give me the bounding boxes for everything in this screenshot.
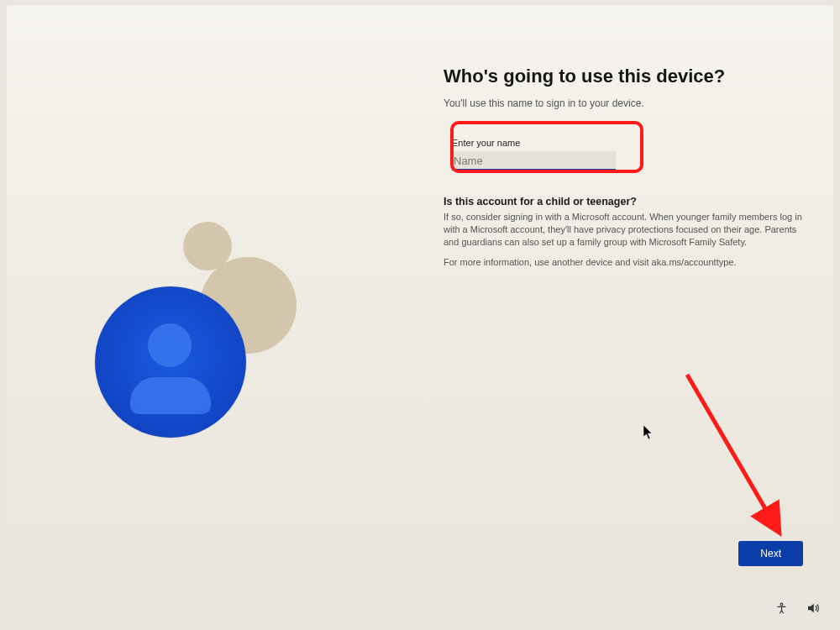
system-tray [773, 600, 822, 617]
name-field-group: Enter your name [444, 131, 624, 174]
accessibility-icon[interactable] [773, 600, 790, 617]
child-account-body: If so, consider signing in with a Micros… [444, 211, 805, 249]
setup-content: Who's going to use this device? You'll u… [444, 66, 813, 267]
child-account-heading: Is this account for a child or teenager? [444, 196, 813, 207]
mouse-cursor-icon [643, 425, 654, 440]
page-subtitle: You'll use this name to sign in to your … [444, 97, 813, 109]
volume-icon[interactable] [805, 600, 822, 617]
child-account-more: For more information, use another device… [444, 257, 813, 267]
name-field-label: Enter your name [452, 138, 616, 148]
oobe-panel: Who's going to use this device? You'll u… [7, 5, 833, 586]
name-input[interactable] [452, 151, 616, 171]
annotation-arrow [679, 366, 805, 543]
next-button[interactable]: Next [738, 541, 803, 566]
svg-point-1 [780, 603, 783, 606]
svg-line-0 [687, 375, 775, 526]
user-avatar-icon [95, 286, 246, 438]
page-title: Who's going to use this device? [444, 66, 813, 87]
